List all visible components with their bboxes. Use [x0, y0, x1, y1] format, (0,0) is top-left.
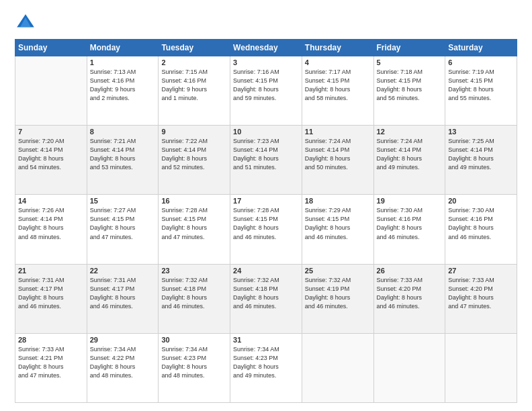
calendar-week-row: 1Sunrise: 7:13 AM Sunset: 4:16 PM Daylig…	[15, 56, 517, 126]
day-number: 17	[233, 197, 299, 205]
day-number: 27	[448, 267, 514, 275]
calendar-cell: 17Sunrise: 7:28 AM Sunset: 4:15 PM Dayli…	[230, 195, 302, 264]
calendar-week-row: 7Sunrise: 7:20 AM Sunset: 4:14 PM Daylig…	[15, 126, 517, 195]
day-info: Sunrise: 7:33 AM Sunset: 4:21 PM Dayligh…	[18, 345, 84, 380]
day-info: Sunrise: 7:32 AM Sunset: 4:19 PM Dayligh…	[305, 276, 371, 311]
day-number: 20	[448, 197, 514, 205]
calendar-cell: 8Sunrise: 7:21 AM Sunset: 4:14 PM Daylig…	[87, 126, 159, 195]
calendar-cell: 18Sunrise: 7:29 AM Sunset: 4:15 PM Dayli…	[302, 195, 373, 264]
day-number: 16	[161, 197, 227, 205]
day-info: Sunrise: 7:30 AM Sunset: 4:16 PM Dayligh…	[377, 206, 443, 241]
calendar-cell: 29Sunrise: 7:34 AM Sunset: 4:22 PM Dayli…	[87, 333, 159, 402]
day-number: 26	[377, 267, 443, 275]
day-info: Sunrise: 7:13 AM Sunset: 4:16 PM Dayligh…	[90, 68, 156, 103]
calendar-cell	[302, 333, 373, 402]
calendar-cell: 7Sunrise: 7:20 AM Sunset: 4:14 PM Daylig…	[15, 126, 87, 195]
day-info: Sunrise: 7:32 AM Sunset: 4:18 PM Dayligh…	[161, 276, 227, 311]
day-info: Sunrise: 7:16 AM Sunset: 4:15 PM Dayligh…	[233, 68, 299, 103]
calendar-cell: 9Sunrise: 7:22 AM Sunset: 4:14 PM Daylig…	[159, 126, 230, 195]
day-number: 19	[377, 197, 443, 205]
day-info: Sunrise: 7:22 AM Sunset: 4:14 PM Dayligh…	[161, 137, 227, 172]
day-number: 8	[90, 128, 156, 136]
day-info: Sunrise: 7:27 AM Sunset: 4:15 PM Dayligh…	[90, 206, 156, 241]
calendar-cell: 23Sunrise: 7:32 AM Sunset: 4:18 PM Dayli…	[159, 264, 230, 333]
calendar-header-row: SundayMondayTuesdayWednesdayThursdayFrid…	[15, 40, 517, 56]
calendar-cell	[15, 56, 87, 126]
calendar-cell: 11Sunrise: 7:24 AM Sunset: 4:14 PM Dayli…	[302, 126, 373, 195]
calendar-cell: 12Sunrise: 7:24 AM Sunset: 4:14 PM Dayli…	[373, 126, 445, 195]
calendar-cell: 3Sunrise: 7:16 AM Sunset: 4:15 PM Daylig…	[230, 56, 302, 126]
day-info: Sunrise: 7:30 AM Sunset: 4:16 PM Dayligh…	[448, 206, 514, 241]
day-number: 30	[161, 336, 227, 344]
calendar-cell: 21Sunrise: 7:31 AM Sunset: 4:17 PM Dayli…	[15, 264, 87, 333]
logo	[15, 12, 39, 34]
day-info: Sunrise: 7:21 AM Sunset: 4:14 PM Dayligh…	[90, 137, 156, 172]
day-number: 18	[305, 197, 371, 205]
calendar-week-row: 21Sunrise: 7:31 AM Sunset: 4:17 PM Dayli…	[15, 264, 517, 333]
day-number: 10	[233, 128, 299, 136]
header	[15, 12, 517, 34]
calendar-cell: 24Sunrise: 7:32 AM Sunset: 4:18 PM Dayli…	[230, 264, 302, 333]
day-number: 13	[448, 128, 514, 136]
calendar-cell	[373, 333, 445, 402]
calendar-cell: 16Sunrise: 7:28 AM Sunset: 4:15 PM Dayli…	[159, 195, 230, 264]
calendar-cell: 22Sunrise: 7:31 AM Sunset: 4:17 PM Dayli…	[87, 264, 159, 333]
day-info: Sunrise: 7:34 AM Sunset: 4:22 PM Dayligh…	[90, 345, 156, 380]
day-number: 1	[90, 58, 156, 66]
calendar-cell: 31Sunrise: 7:34 AM Sunset: 4:23 PM Dayli…	[230, 333, 302, 402]
day-info: Sunrise: 7:15 AM Sunset: 4:16 PM Dayligh…	[161, 68, 227, 103]
calendar-cell: 15Sunrise: 7:27 AM Sunset: 4:15 PM Dayli…	[87, 195, 159, 264]
day-info: Sunrise: 7:26 AM Sunset: 4:14 PM Dayligh…	[18, 206, 84, 241]
logo-icon	[15, 12, 36, 34]
calendar-cell: 6Sunrise: 7:19 AM Sunset: 4:15 PM Daylig…	[445, 56, 517, 126]
day-number: 11	[305, 128, 371, 136]
day-number: 29	[90, 336, 156, 344]
calendar-cell: 10Sunrise: 7:23 AM Sunset: 4:14 PM Dayli…	[230, 126, 302, 195]
day-number: 28	[18, 336, 84, 344]
day-number: 14	[18, 197, 84, 205]
day-info: Sunrise: 7:19 AM Sunset: 4:15 PM Dayligh…	[448, 68, 514, 103]
calendar-cell: 26Sunrise: 7:33 AM Sunset: 4:20 PM Dayli…	[373, 264, 445, 333]
day-number: 3	[233, 58, 299, 66]
calendar-header-wednesday: Wednesday	[230, 40, 302, 56]
calendar-header-monday: Monday	[87, 40, 159, 56]
day-info: Sunrise: 7:28 AM Sunset: 4:15 PM Dayligh…	[233, 206, 299, 241]
day-info: Sunrise: 7:34 AM Sunset: 4:23 PM Dayligh…	[233, 345, 299, 380]
page: SundayMondayTuesdayWednesdayThursdayFrid…	[0, 0, 532, 411]
day-number: 5	[377, 58, 443, 66]
day-number: 12	[377, 128, 443, 136]
day-info: Sunrise: 7:17 AM Sunset: 4:15 PM Dayligh…	[305, 68, 371, 103]
day-number: 23	[161, 267, 227, 275]
calendar-cell: 19Sunrise: 7:30 AM Sunset: 4:16 PM Dayli…	[373, 195, 445, 264]
calendar-week-row: 28Sunrise: 7:33 AM Sunset: 4:21 PM Dayli…	[15, 333, 517, 402]
day-info: Sunrise: 7:32 AM Sunset: 4:18 PM Dayligh…	[233, 276, 299, 311]
day-info: Sunrise: 7:31 AM Sunset: 4:17 PM Dayligh…	[18, 276, 84, 311]
calendar-cell: 14Sunrise: 7:26 AM Sunset: 4:14 PM Dayli…	[15, 195, 87, 264]
day-number: 7	[18, 128, 84, 136]
calendar-cell: 28Sunrise: 7:33 AM Sunset: 4:21 PM Dayli…	[15, 333, 87, 402]
day-info: Sunrise: 7:29 AM Sunset: 4:15 PM Dayligh…	[305, 206, 371, 241]
calendar-header-sunday: Sunday	[15, 40, 87, 56]
day-number: 4	[305, 58, 371, 66]
day-info: Sunrise: 7:24 AM Sunset: 4:14 PM Dayligh…	[305, 137, 371, 172]
calendar-cell: 2Sunrise: 7:15 AM Sunset: 4:16 PM Daylig…	[159, 56, 230, 126]
day-info: Sunrise: 7:28 AM Sunset: 4:15 PM Dayligh…	[161, 206, 227, 241]
day-number: 9	[161, 128, 227, 136]
day-info: Sunrise: 7:33 AM Sunset: 4:20 PM Dayligh…	[377, 276, 443, 311]
day-info: Sunrise: 7:20 AM Sunset: 4:14 PM Dayligh…	[18, 137, 84, 172]
calendar-cell: 5Sunrise: 7:18 AM Sunset: 4:15 PM Daylig…	[373, 56, 445, 126]
day-number: 2	[161, 58, 227, 66]
day-number: 25	[305, 267, 371, 275]
calendar-header-friday: Friday	[373, 40, 445, 56]
day-info: Sunrise: 7:24 AM Sunset: 4:14 PM Dayligh…	[377, 137, 443, 172]
calendar-cell: 30Sunrise: 7:34 AM Sunset: 4:23 PM Dayli…	[159, 333, 230, 402]
day-number: 24	[233, 267, 299, 275]
day-info: Sunrise: 7:23 AM Sunset: 4:14 PM Dayligh…	[233, 137, 299, 172]
day-info: Sunrise: 7:33 AM Sunset: 4:20 PM Dayligh…	[448, 276, 514, 311]
calendar-table: SundayMondayTuesdayWednesdayThursdayFrid…	[15, 39, 517, 403]
calendar-cell: 1Sunrise: 7:13 AM Sunset: 4:16 PM Daylig…	[87, 56, 159, 126]
calendar-week-row: 14Sunrise: 7:26 AM Sunset: 4:14 PM Dayli…	[15, 195, 517, 264]
day-number: 31	[233, 336, 299, 344]
day-info: Sunrise: 7:34 AM Sunset: 4:23 PM Dayligh…	[161, 345, 227, 380]
calendar-cell: 25Sunrise: 7:32 AM Sunset: 4:19 PM Dayli…	[302, 264, 373, 333]
